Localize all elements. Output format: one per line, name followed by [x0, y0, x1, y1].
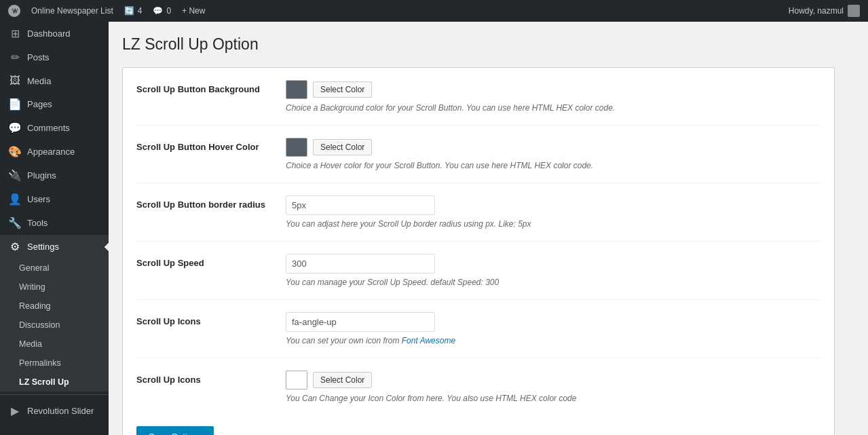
site-name: Online Newspaper List	[31, 6, 113, 16]
sidebar-item-settings[interactable]: ⚙ Settings	[0, 235, 109, 259]
sidebar-item-label: Settings	[27, 242, 59, 252]
form-label-bg-color: Scroll Up Button Background	[136, 80, 286, 94]
sidebar-item-posts[interactable]: ✏ Posts	[0, 45, 109, 69]
form-desc-bg: Choice a Background color for your Scrol…	[286, 103, 820, 113]
form-desc-hover: Choice a Hover color for your Scroll But…	[286, 161, 820, 170]
appearance-icon: 🎨	[8, 145, 22, 158]
admin-avatar	[848, 5, 860, 17]
form-field-speed: You can manage your Scroll Up Speed. def…	[286, 254, 820, 287]
sidebar-item-revolution-slider[interactable]: ▶ Revolution Slider	[0, 398, 109, 424]
color-swatch-bg[interactable]	[286, 80, 307, 99]
save-options-button[interactable]: Save Options	[136, 426, 214, 435]
form-desc-icon: You can set your own icon from Font Awes…	[286, 336, 820, 345]
icon-input[interactable]	[286, 312, 435, 332]
posts-icon: ✏	[8, 51, 22, 64]
form-label-hover-color: Scroll Up Button Hover Color	[136, 138, 286, 152]
comments-icon: 💬	[153, 6, 163, 16]
sidebar-item-media[interactable]: 🖼 Media	[0, 69, 109, 92]
form-label-speed: Scroll Up Speed	[136, 254, 286, 268]
updates-icon: 🔄	[124, 6, 134, 16]
users-icon: 👤	[8, 193, 22, 206]
updates-item[interactable]: 🔄 4	[124, 6, 143, 16]
form-desc-border-radius: You can adjast here your Scroll Up borde…	[286, 219, 820, 229]
sidebar-item-label: Plugins	[27, 170, 56, 181]
sidebar-item-dashboard[interactable]: ⊞ Dashboard	[0, 22, 109, 45]
form-row-icon: Scroll Up Icons You can set your own ico…	[136, 300, 820, 358]
sidebar-item-appearance[interactable]: 🎨 Appearance	[0, 140, 109, 164]
page-title: LZ Scroll Up Option	[122, 35, 854, 54]
media-icon: 🖼	[8, 75, 22, 87]
sidebar-item-label: Dashboard	[27, 29, 71, 39]
select-color-btn-bg[interactable]: Select Color	[313, 81, 372, 98]
sidebar-item-label: Comments	[27, 123, 70, 133]
comments-item[interactable]: 💬 0	[153, 6, 171, 16]
form-field-border-radius: You can adjast here your Scroll Up borde…	[286, 195, 820, 229]
form-label-border-radius: Scroll Up Button border radius	[136, 195, 286, 210]
sidebar-item-label: Users	[27, 194, 50, 204]
rev-slider-label: Revolution Slider	[27, 406, 94, 416]
sidebar-item-comments[interactable]: 💬 Comments	[0, 116, 109, 140]
form-row-icon-color: Scroll Up Icons Select Color You Can Cha…	[136, 358, 820, 415]
form-field-bg-color: Select Color Choice a Background color f…	[286, 80, 820, 113]
dashboard-icon: ⊞	[8, 27, 22, 40]
form-desc-speed: You can manage your Scroll Up Speed. def…	[286, 278, 820, 287]
select-color-btn-icon[interactable]: Select Color	[313, 372, 372, 388]
settings-section: Scroll Up Button Background Select Color…	[122, 67, 835, 435]
sidebar-item-label: Tools	[27, 218, 48, 228]
form-desc-icon-color: You Can Change your Icon Color from here…	[286, 394, 820, 403]
speed-input[interactable]	[286, 254, 435, 273]
form-label-icon-color: Scroll Up Icons	[136, 371, 286, 385]
rev-slider-icon: ▶	[8, 404, 22, 417]
new-item[interactable]: + New	[182, 6, 205, 16]
form-row-hover-color: Scroll Up Button Hover Color Select Colo…	[136, 126, 820, 183]
font-awesome-link[interactable]: Font Awesome	[402, 336, 455, 345]
form-label-icon: Scroll Up Icons	[136, 312, 286, 326]
sidebar-item-label: Media	[27, 76, 51, 86]
select-color-btn-hover[interactable]: Select Color	[313, 139, 372, 155]
border-radius-input[interactable]	[286, 195, 435, 215]
settings-arrow-icon	[105, 243, 109, 251]
updates-count: 4	[138, 6, 143, 16]
comments-icon: 💬	[8, 121, 22, 134]
form-row-bg-color: Scroll Up Button Background Select Color…	[136, 68, 820, 126]
submenu-item-lz-scroll-up[interactable]: LZ Scroll Up	[0, 373, 109, 392]
admin-bar: Online Newspaper List 🔄 4 💬 0 + New Howd…	[0, 0, 868, 22]
form-desc-icon-prefix: You can set your own icon from	[286, 336, 402, 345]
form-field-hover-color: Select Color Choice a Hover color for yo…	[286, 138, 820, 170]
pages-icon: 📄	[8, 98, 22, 111]
sidebar-item-plugins[interactable]: 🔌 Plugins	[0, 164, 109, 187]
sidebar-item-label: Appearance	[27, 147, 75, 157]
sidebar-item-tools[interactable]: 🔧 Tools	[0, 211, 109, 235]
submenu-item-general[interactable]: General	[0, 259, 109, 278]
submenu-item-permalinks[interactable]: Permalinks	[0, 354, 109, 373]
form-field-icon: You can set your own icon from Font Awes…	[286, 312, 820, 345]
settings-submenu: General Writing Reading Discussion Media…	[0, 259, 109, 392]
plugins-icon: 🔌	[8, 169, 22, 182]
wp-logo-item[interactable]	[8, 5, 20, 17]
form-field-icon-color: Select Color You Can Change your Icon Co…	[286, 371, 820, 403]
submenu-item-media[interactable]: Media	[0, 335, 109, 354]
submenu-item-discussion[interactable]: Discussion	[0, 316, 109, 335]
settings-icon: ⚙	[8, 240, 22, 253]
sidebar-item-users[interactable]: 👤 Users	[0, 187, 109, 211]
color-picker-bg: Select Color	[286, 80, 820, 99]
sidebar: ⊞ Dashboard ✏ Posts 🖼 Media 📄 Pa	[0, 22, 109, 435]
howdy-text: Howdy, nazmul	[789, 6, 844, 16]
color-swatch-hover[interactable]	[286, 138, 307, 157]
color-swatch-icon[interactable]	[286, 371, 307, 390]
comments-count: 0	[166, 6, 171, 16]
form-row-border-radius: Scroll Up Button border radius You can a…	[136, 183, 820, 242]
adminbar-right: Howdy, nazmul	[789, 5, 860, 17]
site-name-item[interactable]: Online Newspaper List	[31, 6, 113, 16]
sidebar-divider	[0, 394, 109, 395]
tools-icon: 🔧	[8, 216, 22, 229]
submenu-item-reading[interactable]: Reading	[0, 297, 109, 316]
sidebar-item-label: Posts	[27, 52, 50, 62]
sidebar-item-pages[interactable]: 📄 Pages	[0, 92, 109, 116]
submenu-item-writing[interactable]: Writing	[0, 278, 109, 297]
form-row-speed: Scroll Up Speed You can manage your Scro…	[136, 242, 820, 300]
sidebar-item-label: Pages	[27, 99, 52, 109]
wp-logo-icon	[8, 5, 20, 17]
main-content: LZ Scroll Up Option Scroll Up Button Bac…	[109, 22, 868, 435]
new-label: + New	[182, 6, 205, 16]
